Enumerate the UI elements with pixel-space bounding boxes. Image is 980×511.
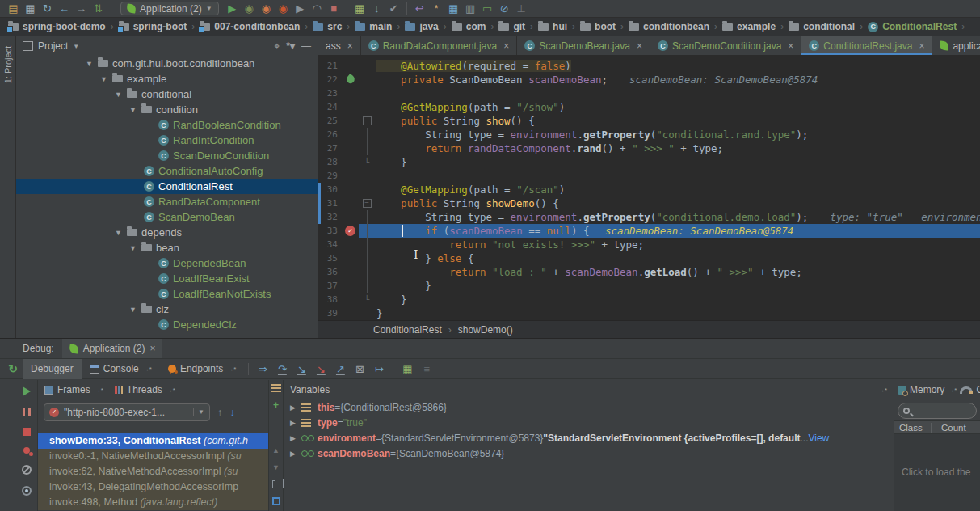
- tree-item-ConditionalRest[interactable]: CConditionalRest: [16, 179, 318, 194]
- line-number[interactable]: 25: [318, 114, 343, 128]
- tree-item-RandBooleanCondition[interactable]: CRandBooleanCondition: [16, 117, 318, 133]
- close-icon[interactable]: ×: [149, 343, 155, 354]
- line-number[interactable]: 31: [318, 196, 343, 210]
- editor-tab-ScanDemoBean.java[interactable]: CScanDemoBean.java×: [517, 36, 650, 55]
- breadcrumb-item-spring-boot-demo[interactable]: spring-boot-demo: [8, 21, 106, 32]
- run-to-cursor-icon[interactable]: ↦: [369, 363, 389, 375]
- copy-stack-icon[interactable]: [272, 480, 280, 488]
- locate-icon[interactable]: ⌖: [275, 40, 280, 52]
- view-breakpoints-icon[interactable]: [23, 447, 30, 454]
- chevron-expanded-icon[interactable]: ▼: [85, 60, 94, 68]
- step-out-icon[interactable]: ↗: [330, 363, 350, 375]
- tree-item-depends[interactable]: ▼depends: [16, 225, 318, 240]
- line-number[interactable]: 23: [318, 87, 343, 100]
- fold-marker[interactable]: [362, 279, 372, 293]
- scroll-down-icon[interactable]: ▼: [272, 463, 280, 471]
- close-icon[interactable]: ×: [347, 40, 353, 52]
- vcs-commit-icon[interactable]: ✔: [385, 1, 402, 17]
- frame-row[interactable]: invoke:43, DelegatingMethodAccessorImp: [38, 479, 268, 495]
- open-icon[interactable]: ▤: [5, 1, 22, 17]
- memory-column-Count[interactable]: Count: [932, 423, 966, 433]
- breadcrumb-item-boot[interactable]: boot: [580, 21, 616, 32]
- frame-row[interactable]: invoke:498, Method (java.lang.reflect): [38, 495, 268, 510]
- fold-marker[interactable]: [362, 293, 372, 306]
- tree-item-condition[interactable]: ▼condition: [16, 102, 318, 117]
- save-icon[interactable]: ▦: [22, 1, 39, 17]
- chevron-down-icon[interactable]: ▼: [206, 5, 212, 12]
- gutter-icons[interactable]: [343, 73, 359, 87]
- breadcrumb-item-spring-boot[interactable]: spring-boot: [119, 21, 187, 32]
- updown-icon[interactable]: ⇅: [90, 1, 107, 17]
- line-number[interactable]: 28: [318, 155, 343, 169]
- fold-marker[interactable]: [362, 196, 372, 210]
- settings-wrench-icon[interactable]: *: [428, 1, 445, 17]
- next-frame-icon[interactable]: ↓: [230, 406, 236, 418]
- memory-search[interactable]: [898, 403, 977, 419]
- run-configuration-select[interactable]: Application (2)▼: [120, 2, 219, 15]
- gutter-icons[interactable]: [343, 265, 359, 279]
- chevron-collapsed-icon[interactable]: ▶: [290, 450, 301, 458]
- attach-icon[interactable]: ⊥: [513, 1, 530, 17]
- profiler-icon[interactable]: ◉: [275, 1, 292, 17]
- fold-marker[interactable]: [362, 210, 372, 224]
- debug-tab-Console[interactable]: Console→*: [82, 359, 160, 379]
- overhead-gauge-icon[interactable]: [960, 386, 973, 394]
- breadcrumb-class[interactable]: ConditionalRest: [373, 324, 442, 336]
- forward-icon[interactable]: →: [73, 1, 90, 17]
- chevron-expanded-icon[interactable]: ▼: [128, 106, 137, 114]
- gutter-icons[interactable]: [343, 59, 359, 73]
- gutter-icons[interactable]: [343, 155, 359, 169]
- vcs-update-icon[interactable]: ↓: [368, 1, 385, 17]
- memory-title[interactable]: Memory: [910, 384, 944, 395]
- chevron-expanded-icon[interactable]: ▼: [128, 306, 137, 314]
- line-number[interactable]: 37: [318, 279, 343, 293]
- watches-icon[interactable]: [271, 384, 281, 392]
- line-number[interactable]: 32: [318, 210, 343, 224]
- spring-bean-gutter-icon[interactable]: [345, 74, 356, 85]
- gutter-icons[interactable]: [343, 169, 359, 183]
- tree-item-clz[interactable]: ▼clz: [16, 302, 318, 317]
- close-icon[interactable]: ×: [637, 40, 642, 52]
- tree-item-DependedBean[interactable]: CDependedBean: [16, 256, 318, 271]
- layout-settings-icon[interactable]: ≡: [417, 363, 436, 375]
- gutter-icons[interactable]: [343, 114, 359, 128]
- line-number[interactable]: 30: [318, 183, 343, 196]
- line-number[interactable]: 26: [318, 128, 343, 141]
- thread-selector[interactable]: ✓ "http-nio-8080-exec-1... ▼: [44, 403, 210, 421]
- debug-tab-Debugger[interactable]: Debugger: [23, 359, 82, 379]
- hide-panel-icon[interactable]: —: [301, 40, 311, 52]
- frame-row[interactable]: invoke0:-1, NativeMethodAccessorImpl (su: [38, 449, 268, 464]
- tree-item-DependedClz[interactable]: CDependedClz: [16, 317, 318, 332]
- frames-settings-icon[interactable]: [272, 497, 280, 505]
- fold-marker[interactable]: [362, 224, 372, 238]
- force-step-into-icon[interactable]: ↘: [311, 363, 330, 375]
- prev-frame-icon[interactable]: ↑: [217, 406, 223, 418]
- line-number[interactable]: 22: [318, 73, 343, 87]
- devices-icon[interactable]: ▦: [351, 1, 368, 17]
- tree-item-example[interactable]: ▼example: [16, 71, 318, 87]
- variable-row-environment[interactable]: ▶environment = {StandardServletEnvironme…: [284, 430, 894, 446]
- breadcrumb-item-hui[interactable]: hui: [538, 21, 567, 32]
- code-editor[interactable]: 21 @Autowired(required = false)22 privat…: [318, 55, 980, 320]
- mute-breakpoints-icon[interactable]: [22, 465, 32, 475]
- variable-row-this[interactable]: ▶this = {ConditionalRest@5866}: [284, 399, 894, 415]
- gutter-icons[interactable]: [343, 128, 359, 141]
- line-number[interactable]: 36: [318, 265, 343, 279]
- tree-item-ConditionalAutoConfig[interactable]: CConditionalAutoConfig: [16, 163, 318, 179]
- chevron-collapsed-icon[interactable]: ▶: [290, 403, 301, 412]
- editor-tab-ass[interactable]: ass×: [318, 36, 361, 55]
- breakpoint-icon[interactable]: ✓: [345, 226, 355, 236]
- sync-icon[interactable]: ↻: [39, 1, 56, 17]
- memory-search-input[interactable]: [913, 405, 961, 417]
- variable-row-type[interactable]: ▶type = "true": [284, 415, 894, 430]
- pin-icon[interactable]: →*: [948, 386, 957, 394]
- breadcrumb-item-ConditionalRest[interactable]: CConditionalRest: [868, 21, 957, 32]
- coverage-icon[interactable]: ◉: [258, 1, 275, 17]
- fold-marker[interactable]: [362, 128, 372, 141]
- gutter-icons[interactable]: [343, 238, 359, 251]
- chevron-collapsed-icon[interactable]: ▶: [290, 419, 301, 427]
- chevron-down-icon[interactable]: ▼: [73, 43, 79, 50]
- close-icon[interactable]: ×: [919, 40, 924, 52]
- gutter-icons[interactable]: [343, 293, 359, 306]
- line-number[interactable]: 34: [318, 238, 343, 251]
